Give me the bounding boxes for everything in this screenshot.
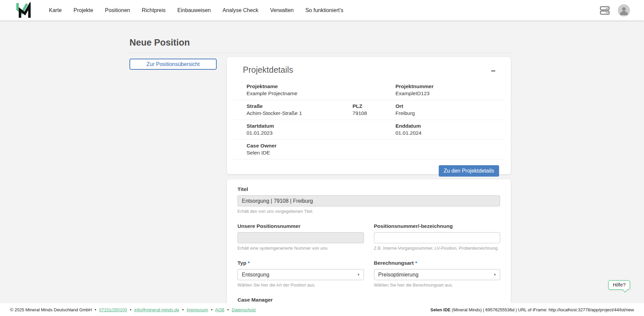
footer: © 2025 Mineral Minds Deutschland GmbH • …	[0, 303, 644, 316]
nav-item-positionen[interactable]: Positionen	[105, 7, 130, 13]
enddatum-cell: Enddatum 01.01.2024	[395, 122, 504, 136]
positionsnummer-input[interactable]	[374, 232, 500, 243]
nav-item-verwalten[interactable]: Verwalten	[270, 7, 293, 13]
berechnungsart-required-mark: *	[415, 260, 417, 266]
nav-item-so-funktionierts[interactable]: So funktioniert's	[305, 7, 343, 13]
project-details-header: Projektdetails –	[227, 57, 511, 79]
datenschutz-link[interactable]: Datenschutz	[232, 307, 256, 312]
startdatum-value: 01.01.2023	[247, 129, 395, 136]
session-user: Selen IDE	[430, 307, 450, 312]
nav-item-richtpreis[interactable]: Richtpreis	[142, 7, 166, 13]
help-bubble-tail	[623, 288, 628, 293]
unsere-positionsnummer-input	[237, 232, 364, 243]
table-row: Projektname Example Projectname Projektn…	[233, 80, 504, 100]
typ-label: Typ *	[237, 260, 364, 266]
typ-select[interactable]: Entsorgung ▾	[237, 269, 364, 280]
project-details-table: Projektname Example Projectname Projektn…	[233, 80, 504, 160]
impressum-link[interactable]: Impressum	[186, 307, 208, 312]
projektname-value: Example Projectname	[247, 90, 395, 97]
chevron-down-icon: ▾	[494, 272, 496, 277]
case-manager-label: Case Manager	[237, 297, 364, 303]
plz-label: PLZ	[353, 103, 395, 110]
plz-value: 79108	[353, 110, 395, 117]
projektname-cell: Projektname Example Projectname	[247, 83, 395, 97]
projektnummer-cell: Projektnummer ExampleID123	[395, 83, 504, 97]
footer-left: © 2025 Mineral Minds Deutschland GmbH • …	[10, 307, 256, 312]
nav-item-einbauweisen[interactable]: Einbauweisen	[177, 7, 211, 13]
plz-cell: PLZ 79108	[353, 103, 395, 117]
nav-item-analyse-check[interactable]: Analyse Check	[222, 7, 258, 13]
copyright-text: © 2025 Mineral Minds Deutschland GmbH	[10, 307, 92, 312]
typ-select-value: Entsorgung	[242, 272, 269, 278]
case-owner-cell: Case Owner Selen IDE	[247, 142, 504, 156]
project-card-actions: Zu den Projektdetails	[227, 160, 511, 177]
footer-separator: •	[211, 307, 213, 312]
form-body: Titel Erhält den von uns vorgegebenen Ti…	[227, 179, 511, 316]
collapse-icon[interactable]: –	[491, 66, 495, 74]
typ-helper: Wählen Sie hier die Art der Position aus…	[237, 282, 364, 288]
positionsnummer-helper: Z.B. Interne-Vorgangsnummer, LV-Position…	[374, 246, 500, 251]
chevron-down-icon: ▾	[358, 272, 360, 277]
berechnungsart-select-value: Preisoptimierung	[378, 272, 419, 278]
help-button[interactable]: Hilfe?	[608, 280, 630, 290]
case-owner-value: Selen IDE	[247, 149, 504, 156]
go-to-project-details-button[interactable]: Zu den Projektdetails	[439, 165, 499, 177]
page-header: Neue Position	[129, 38, 511, 53]
footer-session-info: Selen IDE (Mineral Minds) | 69576255536d…	[430, 307, 634, 312]
project-details-title: Projektdetails	[243, 65, 293, 75]
ort-label: Ort	[395, 103, 504, 110]
nav-item-karte[interactable]: Karte	[49, 7, 62, 13]
new-position-form-card: Titel Erhält den von uns vorgegebenen Ti…	[227, 179, 511, 313]
table-row: Straße Achim-Stocker-Straße 1 PLZ 79108 …	[233, 100, 504, 120]
form-row-type: Typ * Entsorgung ▾ Wählen Sie hier die A…	[237, 260, 500, 288]
berechnungsart-field-group: Berechnungsart * Preisoptimierung ▾ Wähl…	[374, 260, 500, 288]
ort-cell: Ort Freiburg	[395, 103, 504, 117]
titel-input	[237, 195, 500, 206]
footer-separator: •	[130, 307, 131, 312]
typ-required-mark: *	[248, 260, 250, 266]
berechnungsart-label-text: Berechnungsart	[374, 260, 414, 266]
berechnungsart-select[interactable]: Preisoptimierung ▾	[374, 269, 500, 280]
startdatum-cell: Startdatum 01.01.2023	[247, 122, 395, 136]
projektname-label: Projektname	[247, 83, 395, 90]
berechnungsart-label: Berechnungsart *	[374, 260, 500, 266]
top-navbar: Karte Projekte Positionen Richtpreis Ein…	[0, 0, 644, 20]
brand-logo-icon[interactable]	[16, 2, 31, 18]
projektnummer-label: Projektnummer	[395, 83, 504, 90]
footer-separator: •	[95, 307, 96, 312]
user-avatar-icon[interactable]	[618, 4, 630, 16]
typ-label-text: Typ	[237, 260, 246, 266]
navbar-right	[600, 4, 630, 16]
positionsnummer-field-group: Positionsnummer/-bezeichnung Z.B. Intern…	[374, 223, 500, 251]
title-divider	[129, 53, 511, 53]
page-title: Neue Position	[129, 38, 511, 48]
email-link[interactable]: info@mineral-minds.de	[134, 307, 179, 312]
position-overview-button[interactable]: Zur Positionsübersicht	[129, 59, 217, 70]
phone-link[interactable]: 07151/250100	[99, 307, 127, 312]
footer-separator: •	[227, 307, 229, 312]
typ-field-group: Typ * Entsorgung ▾ Wählen Sie hier die A…	[237, 260, 364, 288]
titel-helper: Erhält den von uns vorgegebenen Titel.	[237, 209, 500, 214]
agb-link[interactable]: AGB	[215, 307, 224, 312]
session-details: (Mineral Minds) | 69576255536d | URL of …	[450, 307, 634, 312]
project-details-card: Projektdetails – Projektname Example Pro…	[227, 57, 511, 174]
enddatum-value: 01.01.2024	[395, 129, 504, 136]
main-menu: Karte Projekte Positionen Richtpreis Ein…	[49, 7, 343, 13]
unsere-positionsnummer-helper: Erhält eine systemgenerierte Nummer von …	[237, 246, 364, 251]
enddatum-label: Enddatum	[395, 122, 504, 129]
footer-separator: •	[182, 307, 184, 312]
titel-field-group: Titel Erhält den von uns vorgegebenen Ti…	[237, 186, 500, 214]
ort-value: Freiburg	[395, 110, 504, 117]
projektnummer-value: ExampleID123	[395, 90, 504, 97]
strasse-value: Achim-Stocker-Straße 1	[247, 110, 353, 117]
strasse-cell: Straße Achim-Stocker-Straße 1	[247, 103, 353, 117]
startdatum-label: Startdatum	[247, 122, 395, 129]
nav-item-projekte[interactable]: Projekte	[73, 7, 93, 13]
table-row: Case Owner Selen IDE	[233, 140, 504, 160]
unsere-positionsnummer-label: Unsere Positionsnummer	[237, 223, 364, 229]
server-icon[interactable]	[600, 5, 610, 15]
table-row: Startdatum 01.01.2023 Enddatum 01.01.202…	[233, 120, 504, 140]
unsere-positionsnummer-field-group: Unsere Positionsnummer Erhält eine syste…	[237, 223, 364, 251]
form-row-numbers: Unsere Positionsnummer Erhält eine syste…	[237, 223, 500, 251]
help-button-label: Hilfe?	[613, 282, 626, 288]
